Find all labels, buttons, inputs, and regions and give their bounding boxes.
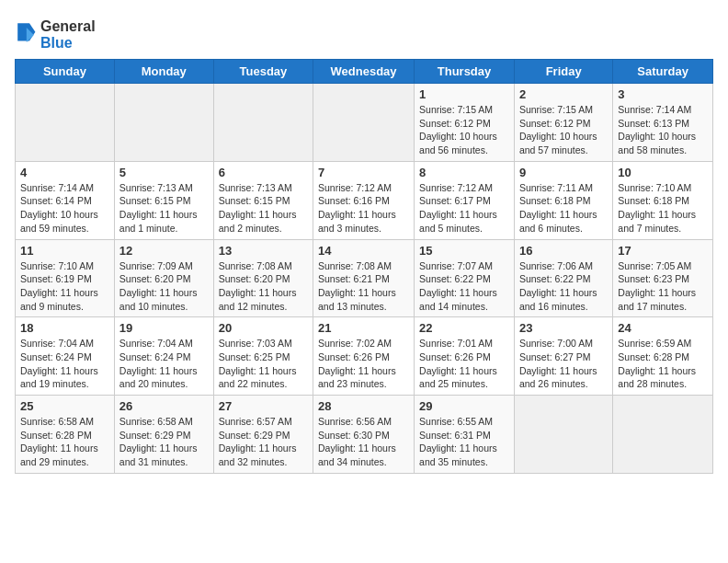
week-row-3: 11Sunrise: 7:10 AMSunset: 6:19 PMDayligh…	[16, 239, 713, 317]
day-number: 1	[419, 87, 509, 101]
weekday-header-monday: Monday	[114, 60, 213, 84]
calendar-cell: 14Sunrise: 7:08 AMSunset: 6:21 PMDayligh…	[313, 239, 415, 317]
calendar-cell	[514, 396, 612, 474]
calendar-cell	[213, 84, 313, 162]
day-info: Sunrise: 7:05 AMSunset: 6:23 PMDaylight:…	[618, 259, 708, 314]
calendar-cell: 2Sunrise: 7:15 AMSunset: 6:12 PMDaylight…	[514, 84, 612, 162]
day-number: 6	[219, 166, 308, 179]
day-number: 8	[419, 166, 509, 179]
day-info: Sunrise: 7:09 AMSunset: 6:20 PMDaylight:…	[119, 259, 209, 314]
calendar-cell: 9Sunrise: 7:11 AMSunset: 6:18 PMDaylight…	[514, 161, 612, 239]
day-number: 5	[119, 166, 209, 179]
calendar-cell	[613, 396, 713, 474]
calendar-cell: 13Sunrise: 7:08 AMSunset: 6:20 PMDayligh…	[213, 239, 313, 317]
calendar-cell	[313, 84, 415, 162]
weekday-header-sunday: Sunday	[16, 60, 115, 84]
weekday-header-friday: Friday	[514, 60, 612, 84]
day-info: Sunrise: 7:15 AMSunset: 6:12 PMDaylight:…	[519, 103, 608, 157]
calendar-cell: 1Sunrise: 7:15 AMSunset: 6:12 PMDaylight…	[415, 84, 515, 162]
logo-text: General Blue	[40, 18, 96, 52]
day-number: 18	[20, 321, 109, 335]
calendar-cell: 10Sunrise: 7:10 AMSunset: 6:18 PMDayligh…	[613, 161, 713, 239]
weekday-header-tuesday: Tuesday	[213, 60, 313, 84]
calendar-cell: 17Sunrise: 7:05 AMSunset: 6:23 PMDayligh…	[613, 239, 713, 317]
logo-icon	[15, 21, 37, 49]
day-info: Sunrise: 7:03 AMSunset: 6:25 PMDaylight:…	[219, 337, 308, 391]
day-info: Sunrise: 7:13 AMSunset: 6:15 PMDaylight:…	[219, 181, 308, 236]
day-number: 25	[20, 399, 109, 413]
calendar-cell: 11Sunrise: 7:10 AMSunset: 6:19 PMDayligh…	[16, 239, 115, 317]
calendar-cell: 23Sunrise: 7:00 AMSunset: 6:27 PMDayligh…	[514, 317, 612, 396]
day-info: Sunrise: 7:04 AMSunset: 6:24 PMDaylight:…	[119, 337, 209, 391]
day-number: 27	[219, 399, 308, 413]
day-number: 28	[318, 399, 409, 413]
day-info: Sunrise: 7:14 AMSunset: 6:13 PMDaylight:…	[618, 103, 708, 157]
week-row-5: 25Sunrise: 6:58 AMSunset: 6:28 PMDayligh…	[16, 396, 713, 474]
calendar-cell: 18Sunrise: 7:04 AMSunset: 6:24 PMDayligh…	[16, 317, 115, 396]
calendar-cell: 20Sunrise: 7:03 AMSunset: 6:25 PMDayligh…	[213, 317, 313, 396]
calendar-cell: 26Sunrise: 6:58 AMSunset: 6:29 PMDayligh…	[114, 396, 213, 474]
day-number: 15	[419, 244, 509, 258]
day-number: 12	[119, 244, 209, 258]
week-row-2: 4Sunrise: 7:14 AMSunset: 6:14 PMDaylight…	[16, 161, 713, 239]
calendar-cell: 24Sunrise: 6:59 AMSunset: 6:28 PMDayligh…	[613, 317, 713, 396]
page-header: General Blue	[15, 15, 713, 52]
day-info: Sunrise: 6:58 AMSunset: 6:28 PMDaylight:…	[20, 415, 109, 469]
logo: General Blue	[15, 18, 96, 52]
day-info: Sunrise: 7:02 AMSunset: 6:26 PMDaylight:…	[318, 337, 409, 391]
day-info: Sunrise: 7:11 AMSunset: 6:18 PMDaylight:…	[519, 181, 608, 236]
day-number: 29	[419, 399, 509, 413]
calendar-cell: 15Sunrise: 7:07 AMSunset: 6:22 PMDayligh…	[415, 239, 515, 317]
day-info: Sunrise: 6:55 AMSunset: 6:31 PMDaylight:…	[419, 415, 509, 469]
day-number: 13	[219, 244, 308, 258]
day-number: 24	[618, 321, 708, 335]
day-number: 23	[519, 321, 608, 335]
calendar-cell: 21Sunrise: 7:02 AMSunset: 6:26 PMDayligh…	[313, 317, 415, 396]
day-info: Sunrise: 7:14 AMSunset: 6:14 PMDaylight:…	[20, 181, 109, 236]
day-number: 21	[318, 321, 409, 335]
calendar-cell: 16Sunrise: 7:06 AMSunset: 6:22 PMDayligh…	[514, 239, 612, 317]
calendar-cell: 4Sunrise: 7:14 AMSunset: 6:14 PMDaylight…	[16, 161, 115, 239]
day-info: Sunrise: 7:15 AMSunset: 6:12 PMDaylight:…	[419, 103, 509, 157]
day-number: 3	[618, 87, 708, 101]
day-info: Sunrise: 7:00 AMSunset: 6:27 PMDaylight:…	[519, 337, 608, 391]
day-number: 26	[119, 399, 209, 413]
calendar-cell: 6Sunrise: 7:13 AMSunset: 6:15 PMDaylight…	[213, 161, 313, 239]
weekday-header-row: SundayMondayTuesdayWednesdayThursdayFrid…	[16, 60, 713, 84]
calendar-cell: 3Sunrise: 7:14 AMSunset: 6:13 PMDaylight…	[613, 84, 713, 162]
day-number: 19	[119, 321, 209, 335]
week-row-1: 1Sunrise: 7:15 AMSunset: 6:12 PMDaylight…	[16, 84, 713, 162]
day-info: Sunrise: 6:57 AMSunset: 6:29 PMDaylight:…	[219, 415, 308, 469]
day-number: 22	[419, 321, 509, 335]
day-number: 17	[618, 244, 708, 258]
weekday-header-thursday: Thursday	[415, 60, 515, 84]
calendar-cell	[16, 84, 115, 162]
day-info: Sunrise: 7:12 AMSunset: 6:16 PMDaylight:…	[318, 181, 409, 236]
calendar-cell: 27Sunrise: 6:57 AMSunset: 6:29 PMDayligh…	[213, 396, 313, 474]
day-number: 16	[519, 244, 608, 258]
day-number: 20	[219, 321, 308, 335]
calendar-cell: 7Sunrise: 7:12 AMSunset: 6:16 PMDaylight…	[313, 161, 415, 239]
calendar-cell: 25Sunrise: 6:58 AMSunset: 6:28 PMDayligh…	[16, 396, 115, 474]
day-info: Sunrise: 6:58 AMSunset: 6:29 PMDaylight:…	[119, 415, 209, 469]
day-info: Sunrise: 7:13 AMSunset: 6:15 PMDaylight:…	[119, 181, 209, 236]
calendar-cell: 22Sunrise: 7:01 AMSunset: 6:26 PMDayligh…	[415, 317, 515, 396]
day-info: Sunrise: 6:59 AMSunset: 6:28 PMDaylight:…	[618, 337, 708, 391]
day-info: Sunrise: 7:12 AMSunset: 6:17 PMDaylight:…	[419, 181, 509, 236]
calendar-cell: 8Sunrise: 7:12 AMSunset: 6:17 PMDaylight…	[415, 161, 515, 239]
day-info: Sunrise: 6:56 AMSunset: 6:30 PMDaylight:…	[318, 415, 409, 469]
day-info: Sunrise: 7:01 AMSunset: 6:26 PMDaylight:…	[419, 337, 509, 391]
day-info: Sunrise: 7:08 AMSunset: 6:21 PMDaylight:…	[318, 259, 409, 314]
calendar-cell: 19Sunrise: 7:04 AMSunset: 6:24 PMDayligh…	[114, 317, 213, 396]
calendar-cell: 5Sunrise: 7:13 AMSunset: 6:15 PMDaylight…	[114, 161, 213, 239]
day-number: 10	[618, 166, 708, 179]
day-info: Sunrise: 7:10 AMSunset: 6:19 PMDaylight:…	[20, 259, 109, 314]
day-number: 7	[318, 166, 409, 179]
day-info: Sunrise: 7:06 AMSunset: 6:22 PMDaylight:…	[519, 259, 608, 314]
day-info: Sunrise: 7:10 AMSunset: 6:18 PMDaylight:…	[618, 181, 708, 236]
day-number: 14	[318, 244, 409, 258]
day-info: Sunrise: 7:07 AMSunset: 6:22 PMDaylight:…	[419, 259, 509, 314]
day-number: 2	[519, 87, 608, 101]
day-number: 11	[20, 244, 109, 258]
day-number: 4	[20, 166, 109, 179]
